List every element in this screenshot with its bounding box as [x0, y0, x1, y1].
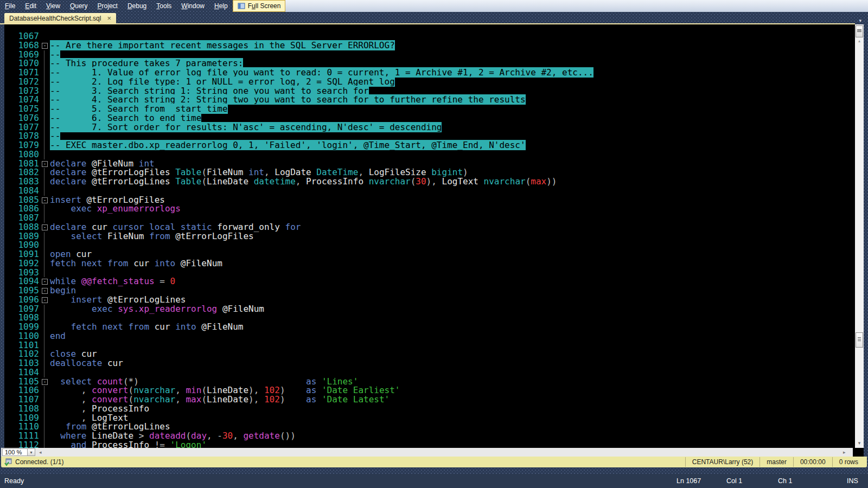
fold-toggle-icon[interactable]: -: [42, 279, 48, 285]
fold-margin: [40, 87, 50, 96]
menu-window[interactable]: Window: [176, 0, 209, 12]
fold-margin: [40, 105, 50, 114]
connection-status-bar: Connected. (1/1) CENTAUR\Larry (52)maste…: [1, 457, 867, 467]
scroll-left-icon[interactable]: ◂: [39, 450, 42, 455]
connection-status-text: Connected. (1/1): [15, 458, 63, 466]
line-number: 1076: [4, 114, 40, 123]
menu-tools[interactable]: Tools: [151, 0, 176, 12]
fold-scope-line: [44, 332, 44, 341]
status-bar: Ready Ln 1067 Col 1 Ch 1 INS: [0, 474, 868, 488]
full-screen-button[interactable]: Full Screen: [233, 0, 286, 12]
connection-item: master: [760, 457, 793, 467]
fold-margin: [40, 241, 50, 250]
fold-scope-line: [44, 259, 44, 268]
vertical-scrollbar-thumb[interactable]: [856, 332, 863, 348]
fold-margin: [40, 332, 50, 341]
fold-toggle-icon[interactable]: -: [42, 43, 48, 49]
fold-scope-line: [44, 114, 44, 123]
fold-scope-line: [44, 422, 44, 432]
fold-scope-line: [44, 313, 44, 323]
scroll-up-icon[interactable]: ▴: [855, 38, 864, 43]
fold-scope-line: [44, 359, 44, 368]
tab-strip: DatabaseHealthCheckScript.sql × ▾: [0, 12, 868, 23]
menu-edit[interactable]: Edit: [20, 0, 41, 12]
line-number: 1092: [4, 259, 40, 268]
menu-project[interactable]: Project: [93, 0, 123, 12]
code-text: and ProcessInfo != 'Logon': [50, 441, 207, 448]
toolbar-empty-area: [285, 0, 868, 12]
menu-query[interactable]: Query: [65, 0, 93, 12]
fold-margin: [40, 350, 50, 359]
line-number: 1104: [4, 368, 40, 377]
zoom-dropdown-icon[interactable]: ▾: [27, 448, 35, 456]
fold-scope-line: [44, 123, 44, 132]
horizontal-scrollbar[interactable]: 100 % ▾ ◂ ▸: [1, 448, 853, 457]
code-editor[interactable]: 10671068--- Are there important recent m…: [4, 24, 855, 448]
line-number: 1088: [4, 223, 40, 232]
tab-list-dropdown-icon[interactable]: ▾: [859, 18, 861, 23]
fold-margin: [40, 432, 50, 441]
menu-help[interactable]: Help: [209, 0, 233, 12]
fold-margin: [40, 305, 50, 314]
line-number: 1100: [4, 332, 40, 341]
fold-margin: [40, 141, 50, 150]
status-line: Ln 1067: [676, 477, 701, 485]
splitter-handle-icon[interactable]: [856, 25, 863, 37]
fold-toggle-icon[interactable]: -: [42, 197, 48, 203]
fold-margin: [40, 150, 50, 159]
fold-margin: [40, 95, 50, 105]
menu-debug[interactable]: Debug: [123, 0, 151, 12]
vertical-scrollbar[interactable]: ▴ ▾: [855, 24, 864, 448]
zoom-level-select[interactable]: 100 %: [2, 448, 29, 456]
scroll-down-icon[interactable]: ▾: [855, 440, 864, 446]
fold-scope-line: [44, 323, 44, 332]
fold-scope-line: [44, 395, 44, 404]
fold-margin: [40, 204, 50, 214]
fold-margin: [40, 386, 50, 395]
fold-toggle-icon[interactable]: -: [42, 288, 48, 294]
scroll-right-icon[interactable]: ▸: [843, 450, 846, 455]
code-text: fetch next from cur into @FileNum: [50, 259, 222, 268]
fold-margin: [40, 341, 50, 350]
line-number: 1108: [4, 404, 40, 414]
code-line: 1077-- 7. Sort order for results: N'asc'…: [4, 123, 855, 132]
fold-margin: [40, 404, 50, 414]
menu-file[interactable]: File: [0, 0, 20, 12]
line-number: 1080: [4, 150, 40, 159]
tab-close-icon[interactable]: ×: [107, 15, 111, 22]
menu-items: FileEditViewQueryProjectDebugToolsWindow…: [0, 0, 233, 12]
code-line: 1090: [4, 241, 855, 250]
connection-item: CENTAUR\Larry (52): [685, 457, 760, 467]
fold-scope-line: [44, 132, 44, 141]
fold-scope-line: [44, 187, 44, 196]
code-line: 1102close cur: [4, 350, 855, 359]
code-line: 1099 fetch next from cur into @FileNum: [4, 323, 855, 332]
line-number: 1084: [4, 187, 40, 196]
fold-scope-line: [44, 368, 44, 377]
fold-scope-line: [44, 386, 44, 395]
fold-toggle-icon[interactable]: -: [42, 161, 48, 167]
document-tab[interactable]: DatabaseHealthCheckScript.sql ×: [4, 13, 116, 23]
fold-toggle-icon[interactable]: -: [42, 297, 48, 303]
code-text: deallocate cur: [50, 359, 123, 368]
menu-view[interactable]: View: [41, 0, 65, 12]
fold-margin: -: [40, 277, 50, 286]
code-text: select FileNum from @tErrorLogFiles: [50, 232, 254, 241]
fold-toggle-icon[interactable]: -: [42, 224, 48, 230]
fold-margin: -: [40, 286, 50, 296]
fold-margin: -: [40, 41, 50, 50]
app-root: FileEditViewQueryProjectDebugToolsWindow…: [0, 0, 868, 488]
fold-margin: [40, 232, 50, 241]
fold-margin: -: [40, 296, 50, 305]
fold-margin: [40, 259, 50, 268]
code-text: -- 2. Log file type: 1 or NULL = error l…: [50, 78, 395, 87]
line-number: 1068: [4, 41, 40, 50]
code-text: exec sys.xp_readerrorlog @FileNum: [50, 305, 264, 314]
fold-scope-line: [44, 78, 44, 87]
fold-margin: [40, 32, 50, 41]
fold-scope-line: [44, 341, 44, 350]
fold-margin: [40, 123, 50, 132]
code-lines: 10671068--- Are there important recent m…: [4, 24, 855, 448]
fold-toggle-icon[interactable]: -: [42, 379, 48, 385]
fold-margin: [40, 395, 50, 404]
